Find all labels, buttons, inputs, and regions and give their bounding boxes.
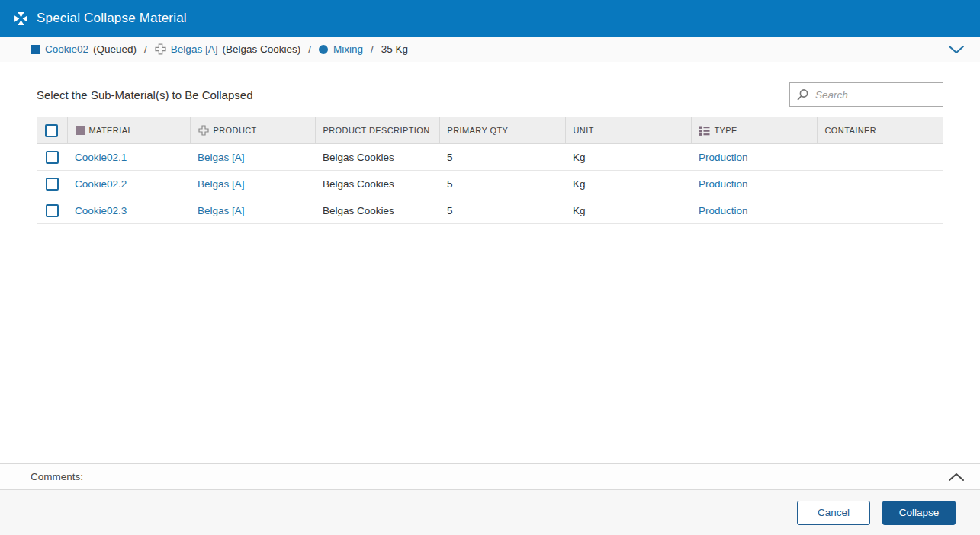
sub-materials-table: MATERIAL PRODUCT PRODUCT DESCRIPTION PR [37,117,943,224]
column-header-primary-qty: PRIMARY QTY [439,117,565,144]
breadcrumb-quantity: 35 Kg [381,43,408,55]
collapse-button[interactable]: Collapse [882,501,956,525]
footer-action-bar: Cancel Collapse [0,490,980,535]
breadcrumb: Cookie02 (Queued) / Belgas [A] (Belgas C… [0,37,980,62]
table-row: Cookie02.2 Belgas [A] Belgas Cookies 5 K… [37,171,943,197]
primary-qty-cell: 5 [439,144,565,171]
select-all-checkbox[interactable] [45,124,58,137]
breadcrumb-item-material: Cookie02 (Queued) [31,43,137,55]
table-row: Cookie02.3 Belgas [A] Belgas Cookies 5 K… [37,197,943,224]
breadcrumb-separator: / [308,43,311,55]
column-header-type: TYPE [691,117,817,144]
unit-cell: Kg [565,171,691,197]
material-square-icon [76,126,85,135]
page-title: Special Collapse Material [37,11,187,26]
column-header-unit: UNIT [565,117,691,144]
title-bar: Special Collapse Material [0,0,980,37]
type-link[interactable]: Production [699,205,748,216]
column-header-container: CONTAINER [817,117,943,144]
column-header-product: PRODUCT [190,117,315,144]
type-link[interactable]: Production [699,152,748,163]
step-circle-icon [319,45,328,54]
product-link[interactable]: Belgas [A] [198,205,245,216]
breadcrumb-separator: / [371,43,374,55]
product-icon [155,43,166,55]
cancel-button[interactable]: Cancel [797,501,870,525]
breadcrumb-item-product: Belgas [A] (Belgas Cookies) [155,43,300,55]
comments-bar: Comments: [0,463,980,490]
chevron-down-icon[interactable] [945,42,968,57]
column-header-material: MATERIAL [67,117,190,144]
container-cell [817,197,943,224]
table-row: Cookie02.1 Belgas [A] Belgas Cookies 5 K… [37,144,943,171]
breadcrumb-product-link[interactable]: Belgas [A] [171,43,218,55]
unit-cell: Kg [565,197,691,224]
unit-cell: Kg [565,144,691,171]
section-heading: Select the Sub-Material(s) to Be Collaps… [37,88,252,101]
product-description-cell: Belgas Cookies [315,144,439,171]
collapse-material-icon [14,11,28,26]
breadcrumb-item-step: Mixing [319,43,363,55]
comments-label: Comments: [31,471,83,482]
product-link[interactable]: Belgas [A] [198,152,245,163]
type-link[interactable]: Production [699,178,748,190]
product-link[interactable]: Belgas [A] [198,178,245,190]
search-box [789,82,943,107]
search-icon [796,88,809,101]
breadcrumb-separator: / [144,43,147,55]
row-checkbox[interactable] [46,178,59,191]
product-description-cell: Belgas Cookies [315,171,439,197]
row-checkbox[interactable] [46,151,59,164]
row-checkbox[interactable] [46,204,59,217]
main-content: Select the Sub-Material(s) to Be Collaps… [0,62,980,463]
search-input[interactable] [815,89,937,101]
material-link[interactable]: Cookie02.3 [75,205,127,216]
material-link[interactable]: Cookie02.2 [75,178,127,190]
primary-qty-cell: 5 [439,171,565,197]
breadcrumb-material-status: (Queued) [93,43,137,55]
column-header-product-description: PRODUCT DESCRIPTION [315,117,439,144]
breadcrumb-material-link[interactable]: Cookie02 [45,43,88,55]
container-cell [817,144,943,171]
product-description-cell: Belgas Cookies [315,197,439,224]
breadcrumb-product-description: (Belgas Cookies) [222,43,300,55]
material-square-icon [31,45,40,54]
primary-qty-cell: 5 [439,197,565,224]
product-icon [198,125,209,136]
table-header-row: MATERIAL PRODUCT PRODUCT DESCRIPTION PR [37,117,943,144]
container-cell [817,171,943,197]
material-link[interactable]: Cookie02.1 [75,152,127,163]
list-icon [699,126,710,136]
chevron-up-icon[interactable] [945,469,968,485]
breadcrumb-step-link[interactable]: Mixing [333,43,363,55]
